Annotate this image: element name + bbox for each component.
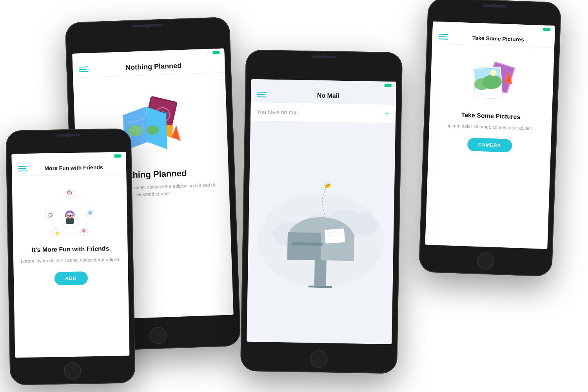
svg-rect-47 <box>309 285 332 289</box>
phone-camera-3 <box>322 55 326 59</box>
svg-rect-43 <box>325 229 345 243</box>
friends-illustration: 💬 ⭐ <box>42 187 98 242</box>
add-mail-button[interactable]: + <box>385 109 389 118</box>
phone-camera-2 <box>67 133 71 137</box>
home-button-2[interactable] <box>64 362 82 380</box>
add-button[interactable]: ADD <box>54 271 88 285</box>
app-title-3: No Mail <box>267 91 390 100</box>
svg-rect-41 <box>287 232 321 260</box>
content-text-4: ipsum dolor sit amet, consectetur adipis… <box>448 122 533 132</box>
battery-indicator-4 <box>543 28 550 31</box>
hamburger-menu-4[interactable] <box>439 34 448 40</box>
app-title-2: More Fun with Friends <box>27 164 120 172</box>
content-title-2: It's More Fun with Friends <box>32 245 109 253</box>
content-title-4: Take Some Pictures <box>461 111 520 120</box>
no-mail-text: You have no mail <box>257 109 299 116</box>
phone-screen-3: No Mail You have no mail + <box>247 79 396 344</box>
camera-button[interactable]: CAMERA <box>467 138 512 152</box>
battery-indicator-2 <box>114 154 121 158</box>
phone-screen-4: Take Some Pictures <box>425 22 555 249</box>
svg-text:💬: 💬 <box>48 213 53 218</box>
svg-rect-46 <box>314 260 327 288</box>
hamburger-menu-2[interactable] <box>18 166 27 171</box>
mail-row: You have no mail + <box>250 102 396 123</box>
phone-friends: More Fun with Friends <box>5 128 135 385</box>
hamburger-menu-1[interactable] <box>79 66 88 72</box>
app-title-1: Nothing Planned <box>88 60 219 73</box>
battery-indicator-3 <box>385 84 392 87</box>
mail-row-content: You have no mail + <box>250 102 396 123</box>
svg-rect-42 <box>291 242 323 246</box>
app-title-4: Take Some Pictures <box>448 34 548 44</box>
svg-text:⭐: ⭐ <box>55 230 60 235</box>
home-button-1[interactable] <box>149 327 167 345</box>
app-header-2: More Fun with Friends <box>12 160 127 176</box>
phone-screen-2: More Fun with Friends <box>11 152 129 358</box>
battery-indicator-1 <box>212 51 220 54</box>
phone-camera: Take Some Pictures <box>419 0 561 277</box>
home-button-4[interactable] <box>477 252 495 270</box>
svg-rect-19 <box>66 218 74 224</box>
content-text-2: Lorem ipsum dolor sit amet, consectetur … <box>21 256 120 265</box>
phone-camera-1 <box>145 24 149 28</box>
hamburger-menu-3[interactable] <box>257 92 267 97</box>
content-area-4: Take Some Pictures ipsum dolor sit amet,… <box>428 44 554 162</box>
home-button-3[interactable] <box>310 350 328 368</box>
app-header-3: No Mail <box>251 87 396 105</box>
content-area-2: 💬 ⭐ It's More Fun with Friends Lorem ips… <box>12 174 128 294</box>
phone-no-mail: No Mail You have no mail + <box>240 50 403 374</box>
photos-illustration <box>468 59 516 107</box>
mailbox-illustration <box>248 122 396 289</box>
phone-camera-4 <box>493 4 497 8</box>
